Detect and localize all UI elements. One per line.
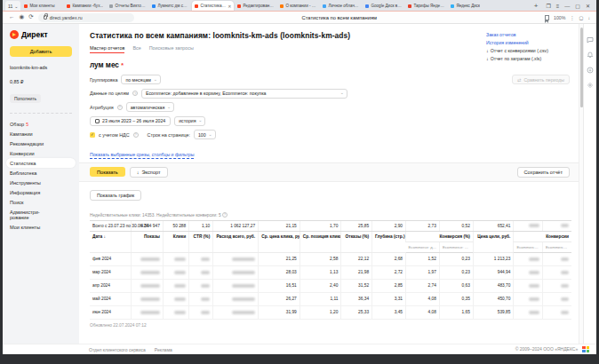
subcolumn-header[interactable]: Ecommerce: до... bbox=[406, 241, 440, 252]
column-header[interactable]: Отказы (%) bbox=[341, 231, 372, 252]
downloads-icon[interactable]: ↓ bbox=[587, 15, 590, 20]
sidebar-item-рекомендации[interactable]: Рекомендации bbox=[6, 138, 76, 148]
show-graph-button[interactable]: Показать график bbox=[90, 190, 141, 201]
tab-counter[interactable]: 11 ⌄ bbox=[5, 1, 20, 11]
help-icon[interactable]: ? bbox=[222, 212, 228, 218]
ads-link[interactable]: Реклама bbox=[155, 347, 172, 352]
protect-shield-icon[interactable]: ◉ bbox=[20, 14, 25, 20]
browser-tab[interactable]: Google Диск вс... bbox=[363, 1, 404, 11]
browser-tab[interactable]: Редактировани... bbox=[235, 1, 276, 11]
column-header[interactable]: Цена цели, руб. bbox=[473, 231, 514, 252]
tab-panes-icon[interactable]: ❐ bbox=[546, 3, 550, 9]
browser-tab[interactable]: Мои клиенты bbox=[21, 1, 63, 11]
bookmark-icon[interactable] bbox=[545, 15, 549, 20]
subcolumn-header[interactable]: Ecommerce: до... bbox=[514, 241, 543, 252]
column-header[interactable]: Конверсия (%) bbox=[406, 231, 474, 241]
account-name[interactable]: loomknits-km-ads bbox=[10, 65, 72, 70]
add-campaign-button[interactable]: Добавить bbox=[10, 46, 72, 57]
conversions-report-link[interactable]: ↓ Отчет с конверсиями (.csv) bbox=[486, 48, 570, 53]
column-header[interactable]: Дата ↓ bbox=[90, 231, 132, 252]
toggle-slices-link[interactable]: Показать выбранные срезы, столбцы и филь… bbox=[90, 152, 194, 157]
sidebar-item-статистика[interactable]: Статистика bbox=[6, 158, 76, 168]
tab-search-queries[interactable]: Поисковые запросы bbox=[149, 45, 194, 53]
save-report-button[interactable]: Сохранить отчёт bbox=[517, 167, 571, 178]
sidebar-item-кампании[interactable]: Кампании bbox=[6, 129, 76, 138]
sidebar-item-обзор[interactable]: Обзор5 bbox=[6, 119, 76, 129]
sidebar-item-мои-клиенты[interactable]: Мои клиенты bbox=[6, 222, 76, 232]
browser-tab[interactable]: Статистика п...✕ bbox=[192, 1, 234, 11]
page-scrollbar[interactable] bbox=[579, 24, 583, 344]
tab-close-icon[interactable]: ✕ bbox=[228, 4, 231, 9]
sidebar-item-конверсии[interactable]: Конверсии bbox=[6, 148, 76, 158]
minimize-button[interactable]: — bbox=[564, 4, 570, 9]
grouping-select[interactable]: по месяцам bbox=[121, 75, 160, 84]
client-service-link[interactable]: Отдел клиентского сервиса bbox=[89, 347, 146, 352]
column-header[interactable]: Клики bbox=[163, 231, 188, 252]
redacted-value bbox=[232, 297, 255, 301]
compare-periods-button[interactable]: ⇄ Сравнить периоды bbox=[512, 75, 570, 84]
column-header[interactable]: Показы bbox=[132, 231, 164, 252]
sidebar-item-администри-рование[interactable]: Администри- рование bbox=[6, 207, 76, 222]
scrollbar-thumb[interactable] bbox=[580, 28, 583, 107]
browser-tab[interactable]: Отчеты Викторо... bbox=[107, 1, 148, 11]
zoom-level[interactable]: 100% bbox=[554, 15, 565, 20]
panel-icon[interactable]: ▢ bbox=[579, 15, 584, 20]
column-header[interactable]: Ср. позиция клика bbox=[300, 231, 341, 252]
close-button[interactable]: ✕ bbox=[586, 3, 590, 9]
download-icon: ↓ bbox=[486, 48, 489, 53]
tab-label: О компании - вст... bbox=[285, 4, 316, 8]
show-button[interactable]: Показать bbox=[90, 167, 125, 177]
column-header[interactable]: Глубина (стр.) bbox=[372, 231, 406, 252]
tab-all[interactable]: Все bbox=[132, 45, 140, 53]
value-cell: 2,40 bbox=[300, 279, 341, 292]
redacted-value bbox=[529, 257, 539, 261]
sidebar-item-информация[interactable]: Информация bbox=[6, 187, 76, 197]
date-preset-select[interactable]: история bbox=[174, 116, 205, 126]
help-icon[interactable]: ? bbox=[133, 132, 139, 138]
sidebar-item-инструменты[interactable]: Инструменты bbox=[6, 178, 76, 187]
chat-icon[interactable] bbox=[587, 36, 594, 44]
report-name[interactable]: лум мес * bbox=[90, 61, 571, 69]
browser-menu-icon[interactable]: ≡ bbox=[556, 4, 560, 9]
bell-icon[interactable] bbox=[587, 51, 594, 59]
more-icon[interactable]: ⋮ bbox=[570, 15, 574, 20]
browser-tab[interactable]: Личное облачн... bbox=[320, 1, 362, 11]
tab-report-wizard[interactable]: Мастер отчетов bbox=[90, 45, 124, 53]
address-bar[interactable]: direct.yandex.ru bbox=[38, 13, 134, 22]
browser-tab[interactable]: Кампании -бух... bbox=[64, 1, 106, 11]
value-cell: 4,08 bbox=[406, 305, 440, 319]
order-reports-link[interactable]: Заказ отчетов bbox=[486, 32, 570, 37]
reload-button[interactable]: ⟳ bbox=[28, 14, 33, 20]
metrika-informer-icon[interactable] bbox=[582, 346, 589, 353]
browser-tab[interactable]: Яндекс Диск bbox=[448, 1, 490, 11]
subcolumn-header[interactable]: Ecommerce: по... bbox=[542, 241, 571, 252]
column-header[interactable]: Ср. цена клика, руб. bbox=[259, 231, 300, 252]
value-cell: 4,08 bbox=[406, 292, 440, 305]
browser-tab[interactable]: О компании - вст... bbox=[277, 1, 319, 11]
rows-per-page-select[interactable]: 100 bbox=[194, 130, 216, 139]
help-icon[interactable]: ? bbox=[117, 105, 123, 110]
browser-tab[interactable]: Тарифы Яндекс 3... bbox=[405, 1, 447, 11]
column-header[interactable]: CTR (%) bbox=[189, 231, 213, 252]
downloads-circle-icon[interactable] bbox=[587, 67, 594, 74]
vat-checkbox[interactable]: ✓ bbox=[90, 132, 95, 138]
sidebar-item-библиотека[interactable]: Библиотека bbox=[6, 168, 76, 178]
direct-logo[interactable]: Директ bbox=[10, 30, 72, 39]
gear-icon[interactable] bbox=[587, 82, 594, 89]
browser-tab[interactable]: Лумнитс дм соц... bbox=[149, 1, 191, 11]
costs-report-link[interactable]: ↓ Отчет по затратам (.xls) bbox=[486, 56, 570, 61]
new-tab-button[interactable]: + bbox=[531, 2, 542, 11]
maximize-button[interactable]: ▢ bbox=[575, 3, 580, 9]
column-header[interactable]: Расход всего, руб. bbox=[213, 231, 259, 252]
attribution-select[interactable]: автоматическая bbox=[126, 102, 175, 112]
export-button[interactable]: ↓ Экспорт bbox=[130, 167, 168, 178]
date-range-button[interactable]: 23 июля 2023 – 26 июля 2024 bbox=[90, 116, 171, 126]
help-icon[interactable]: ? bbox=[132, 91, 138, 96]
goals-select[interactable]: Ecommerce: добавление в корзину, Ecommer… bbox=[141, 89, 347, 99]
column-header[interactable]: Конверсии bbox=[514, 231, 571, 241]
subcolumn-header[interactable]: Ecommerce: по... bbox=[439, 241, 473, 252]
sidebar-item-поиск[interactable]: Поиск bbox=[6, 197, 76, 207]
topup-button[interactable]: Пополнить bbox=[10, 94, 41, 103]
change-history-link[interactable]: История изменений bbox=[486, 40, 570, 45]
back-button[interactable]: ← bbox=[9, 14, 15, 20]
